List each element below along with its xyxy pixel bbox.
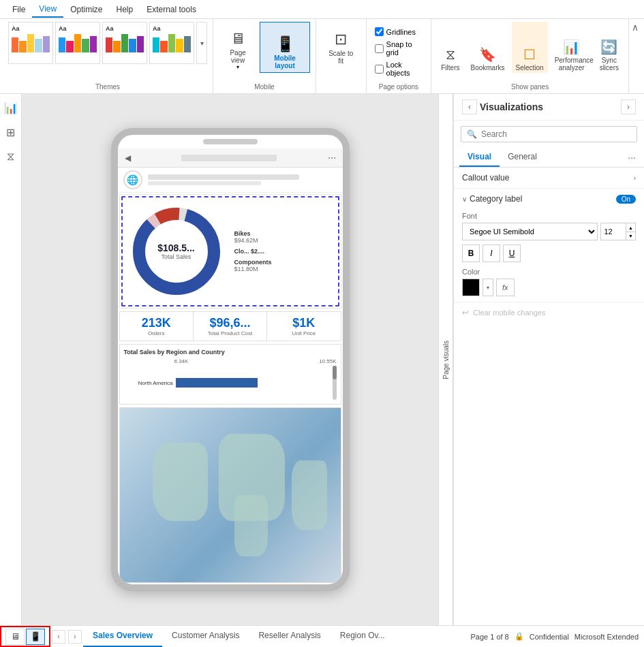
mobile-donut-section: $108.5... Total Sales Bikes $94.62M Clo.…	[119, 194, 341, 309]
gridlines-checkbox[interactable]: Gridlines	[375, 27, 423, 36]
bookmarks-btn[interactable]: 🔖 Bookmarks	[466, 22, 508, 73]
page-next-btn[interactable]: ›	[68, 630, 82, 644]
category-label-header[interactable]: ∨ Category label On	[454, 189, 644, 209]
mobile-layout-icon: 📱	[276, 35, 294, 53]
tab-sales-overview[interactable]: Sales Overview	[83, 626, 162, 648]
performance-btn[interactable]: 📊 Performance analyzer	[551, 22, 593, 73]
color-swatch[interactable]	[462, 279, 480, 296]
theme-btn-2[interactable]: Aa	[55, 22, 100, 64]
panel-title: Visualizations	[480, 101, 543, 112]
search-box[interactable]: 🔍	[461, 126, 637, 142]
axis-max: 10.55K	[319, 358, 336, 364]
mobile-menu-btn[interactable]: ⋯	[328, 153, 336, 163]
callout-chevron-right-icon: ›	[634, 174, 636, 182]
color-dropdown-btn[interactable]: ▾	[482, 279, 493, 296]
menu-external-tools[interactable]: External tools	[140, 2, 203, 17]
themes-dropdown-arrow[interactable]: ▾	[196, 22, 207, 64]
theme-btn-4[interactable]: Aa	[149, 22, 194, 64]
lock-checkbox[interactable]: Lock objects	[375, 61, 423, 77]
sync-slicers-btn[interactable]: 🔄 Sync slicers	[596, 22, 623, 73]
kpi-unit-price: $1K Unit Price	[267, 312, 340, 341]
mobile-kpi-row: 213K Orders $96,6... Total Product Cost …	[119, 311, 341, 341]
fx-btn[interactable]: fx	[496, 279, 515, 296]
selection-btn[interactable]: ☐ Selection	[512, 22, 548, 73]
desktop-view-btn[interactable]: 🖥	[5, 629, 25, 645]
category-label-section: ∨ Category label On Font Segoe UI Semibo…	[454, 189, 644, 302]
filters-btn[interactable]: ⧖ Filters	[437, 22, 463, 73]
donut-legend: Bikes $94.62M Clo... $2.... Components $…	[234, 230, 272, 272]
category-toggle[interactable]: On	[616, 195, 636, 204]
legend-bikes: Bikes $94.62M	[234, 230, 272, 244]
viz-tabs: Visual General ···	[454, 148, 644, 168]
tab-reseller-analysis[interactable]: Reseller Analysis	[249, 626, 330, 648]
mobile-layout-btn[interactable]: 📱 Mobile layout	[260, 22, 310, 73]
color-label: Color	[462, 268, 636, 276]
left-icon-filter[interactable]: ⧖	[3, 148, 19, 165]
ribbon-collapse-btn[interactable]: ∧	[629, 19, 641, 93]
legend-components: Components $11.80M	[234, 259, 272, 272]
tab-visual[interactable]: Visual	[459, 148, 500, 167]
bar-row-north-america: North America	[124, 366, 337, 400]
lock-icon: 🔒	[515, 632, 524, 641]
sync-label: Sync slicers	[600, 57, 619, 72]
mobile-bar-chart: Total Sales by Region and Country 6.34K …	[119, 344, 341, 405]
canvas-area: ◀ ⋯ 🌐	[22, 94, 438, 625]
font-size-input[interactable]	[601, 223, 626, 240]
callout-value-header[interactable]: Callout value ›	[454, 168, 644, 188]
snap-checkbox[interactable]: Snap to grid	[375, 40, 423, 57]
page-view-btn[interactable]: 🖥 Page view ▾	[219, 22, 257, 73]
tab-customer-analysis[interactable]: Customer Analysis	[162, 626, 249, 648]
extended-label: Microsoft Extended	[574, 633, 639, 641]
themes-label: Themes	[95, 83, 120, 91]
menu-help[interactable]: Help	[109, 2, 140, 17]
underline-btn[interactable]: U	[503, 244, 521, 262]
bar-axis-labels: 6.34K 10.55K	[124, 358, 337, 364]
sync-icon: 🔄	[600, 39, 617, 55]
bottom-bar: 🖥 📱 ‹ › Sales Overview Customer Analysis…	[0, 625, 644, 647]
search-input[interactable]	[481, 129, 631, 139]
italic-btn[interactable]: I	[482, 244, 500, 262]
tab-more-btn[interactable]: ···	[625, 148, 639, 167]
show-panes-label: Show panes	[437, 83, 623, 91]
scale-icon: ⊡	[335, 31, 347, 48]
theme-btn-3[interactable]: Aa	[102, 22, 147, 64]
kpi-cost-value: $96,6...	[195, 316, 265, 330]
left-icon-bar-chart[interactable]: 📊	[3, 99, 19, 116]
kpi-price-value: $1K	[269, 316, 339, 330]
menu-file[interactable]: File	[5, 2, 32, 17]
mobile-device-mockup: ◀ ⋯ 🌐	[111, 128, 350, 591]
kpi-orders: 213K Orders	[120, 312, 194, 341]
scale-to-fit-btn[interactable]: ⊡ Scale to fit	[322, 22, 361, 73]
bookmarks-icon: 🔖	[479, 46, 496, 63]
status-bar: Page 1 of 8 🔒 Confidential Microsoft Ext…	[465, 632, 644, 641]
page-visuals-sidebar[interactable]: Page visuals	[438, 94, 453, 625]
mobile-layout-label: Mobile layout	[266, 54, 304, 69]
panel-expand-btn[interactable]: ›	[621, 99, 636, 114]
donut-center-label: Total Sales	[157, 253, 195, 260]
theme-btn-1[interactable]: Aa	[8, 22, 53, 64]
tab-general[interactable]: General	[500, 148, 545, 167]
mobile-view-btn[interactable]: 📱	[26, 629, 45, 645]
bold-btn[interactable]: B	[462, 244, 480, 262]
font-size-down-btn[interactable]: ▼	[626, 232, 635, 240]
legend-clothing: Clo... $2....	[234, 248, 272, 255]
left-icon-table[interactable]: ⊞	[3, 124, 19, 140]
font-size-up-btn[interactable]: ▲	[626, 223, 635, 232]
font-settings: Font Segoe UI Semibold ▲ ▼	[454, 209, 644, 302]
clear-mobile-btn[interactable]: ↩ Clear mobile changes	[462, 308, 545, 317]
bar-fill	[176, 378, 258, 388]
menu-view[interactable]: View	[32, 1, 63, 18]
mobile-header: ◀ ⋯	[118, 148, 343, 168]
page-visuals-label: Page visuals	[442, 335, 450, 385]
axis-min: 6.34K	[174, 358, 189, 364]
font-family-select[interactable]: Segoe UI Semibold	[462, 223, 598, 240]
page-tabs: Sales Overview Customer Analysis Reselle…	[83, 626, 465, 648]
mobile-back-btn[interactable]: ◀	[125, 153, 131, 163]
ribbon-themes-group: Aa Aa Aa	[3, 19, 213, 93]
bar-scrollbar[interactable]	[333, 366, 337, 400]
panel-prev-btn[interactable]: ‹	[462, 99, 477, 114]
tab-region-ov[interactable]: Region Ov...	[331, 626, 395, 648]
page-prev-btn[interactable]: ‹	[52, 630, 65, 644]
selection-icon: ☐	[523, 46, 536, 63]
menu-optimize[interactable]: Optimize	[63, 2, 109, 17]
